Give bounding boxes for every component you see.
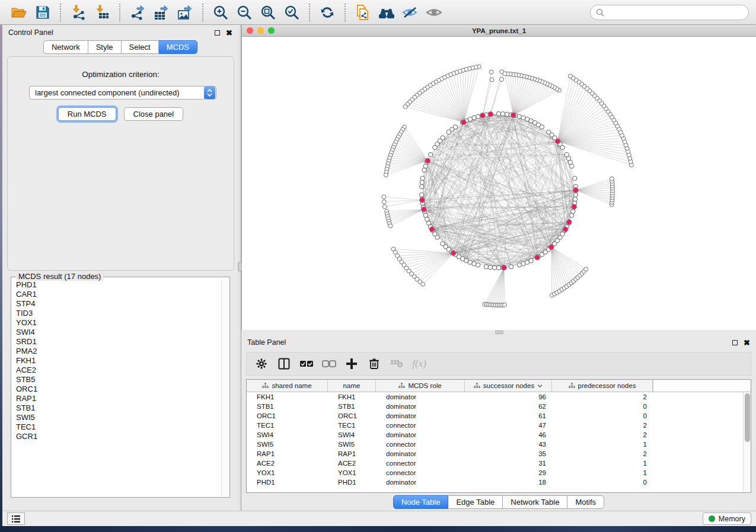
- graph-mcds-node[interactable]: [422, 207, 427, 212]
- import-table-button[interactable]: [92, 2, 112, 23]
- graph-node[interactable]: [499, 78, 503, 82]
- graph-node[interactable]: [564, 152, 569, 156]
- import-network-button[interactable]: [68, 2, 88, 23]
- graph-node[interactable]: [384, 173, 388, 177]
- close-panel-button[interactable]: Close panel: [124, 107, 184, 121]
- table-row[interactable]: ORC1ORC1dominator610: [247, 411, 743, 421]
- graph-mcds-node[interactable]: [480, 113, 486, 118]
- graph-node[interactable]: [500, 112, 505, 116]
- table-row[interactable]: PHD1PHD1dominator180: [247, 477, 743, 487]
- close-panel-icon[interactable]: ✖: [226, 30, 232, 36]
- mcds-result-item[interactable]: RAP1: [16, 394, 221, 403]
- export-image-button[interactable]: [175, 2, 195, 23]
- graph-node[interactable]: [403, 105, 407, 109]
- table-row[interactable]: SWI5SWI5connector431: [247, 440, 743, 449]
- export-network-button[interactable]: [127, 2, 148, 23]
- memory-button[interactable]: Memory: [703, 512, 751, 525]
- graph-node[interactable]: [584, 267, 588, 271]
- hide-selected-button[interactable]: [400, 2, 420, 23]
- save-session-button[interactable]: [33, 2, 53, 23]
- float-panel-icon[interactable]: [732, 340, 738, 345]
- graph-mcds-node[interactable]: [548, 245, 554, 250]
- table-scrollbar[interactable]: [743, 392, 751, 492]
- tab-edge-table[interactable]: Edge Table: [448, 495, 503, 509]
- splitter-grip[interactable]: [495, 331, 503, 334]
- graph-node[interactable]: [476, 263, 480, 267]
- zoom-out-button[interactable]: [234, 2, 254, 23]
- graph-mcds-node[interactable]: [488, 111, 493, 117]
- table-row[interactable]: YOX1YOX1connector291: [247, 468, 743, 477]
- delete-column-button[interactable]: [365, 355, 383, 373]
- zoom-fit-button[interactable]: [258, 2, 278, 23]
- graph-mcds-node[interactable]: [555, 139, 560, 144]
- tab-style[interactable]: Style: [88, 40, 122, 54]
- tab-node-table[interactable]: Node Table: [393, 495, 449, 509]
- mcds-result-item[interactable]: YOX1: [16, 318, 221, 328]
- copy-view-button[interactable]: [353, 2, 373, 23]
- graph-mcds-node[interactable]: [572, 204, 577, 210]
- mcds-result-item[interactable]: PMA2: [16, 347, 221, 356]
- graph-node[interactable]: [571, 209, 575, 213]
- table-row[interactable]: TEC1TEC1connector472: [247, 421, 743, 430]
- mcds-result-item[interactable]: ORC1: [16, 384, 221, 394]
- graph-node[interactable]: [420, 176, 425, 180]
- graph-node[interactable]: [428, 152, 432, 156]
- graph-mcds-node[interactable]: [511, 113, 516, 118]
- horizontal-splitter[interactable]: [241, 330, 756, 335]
- network-canvas[interactable]: [242, 37, 756, 330]
- graph-node[interactable]: [568, 74, 572, 78]
- graph-node[interactable]: [420, 180, 424, 184]
- graph-node[interactable]: [435, 235, 439, 239]
- mcds-result-item[interactable]: STB5: [16, 375, 221, 384]
- column-header-shared-name[interactable]: shared name: [247, 380, 328, 392]
- show-task-history-button[interactable]: [7, 512, 25, 525]
- select-all-button[interactable]: [298, 355, 315, 373]
- graph-mcds-node[interactable]: [420, 198, 425, 203]
- graph-node[interactable]: [573, 197, 578, 201]
- mcds-result-item[interactable]: SWI5: [16, 413, 221, 422]
- tab-mcds[interactable]: MCDS: [159, 40, 197, 54]
- mcds-result-item[interactable]: TEC1: [16, 422, 221, 432]
- table-settings-button[interactable]: [253, 355, 270, 373]
- graph-node[interactable]: [573, 193, 578, 197]
- graph-node[interactable]: [422, 168, 426, 172]
- graph-node[interactable]: [517, 114, 521, 118]
- float-panel-icon[interactable]: [215, 30, 220, 36]
- mcds-result-item[interactable]: SWI4: [16, 328, 221, 337]
- graph-mcds-node[interactable]: [573, 188, 579, 193]
- graph-node[interactable]: [490, 78, 494, 82]
- tab-network-table[interactable]: Network Table: [503, 495, 567, 509]
- search-box[interactable]: [590, 5, 749, 20]
- tab-network[interactable]: Network: [43, 40, 88, 54]
- graph-node[interactable]: [420, 193, 424, 197]
- search-input[interactable]: [608, 8, 743, 17]
- graph-mcds-node[interactable]: [451, 251, 456, 256]
- graph-node[interactable]: [446, 130, 451, 134]
- graph-mcds-node[interactable]: [429, 227, 435, 232]
- mcds-result-list[interactable]: PHD1CAR1STP4TID3YOX1SWI4SRD1PMA2FKH1ACE2…: [12, 279, 221, 496]
- table-row[interactable]: SWI4SWI4dominator462: [247, 430, 743, 440]
- mcds-result-item[interactable]: SRD1: [16, 337, 221, 347]
- graph-node[interactable]: [492, 265, 496, 270]
- graph-mcds-node[interactable]: [425, 158, 430, 164]
- graph-node[interactable]: [382, 205, 387, 209]
- deselect-all-button[interactable]: [320, 355, 338, 373]
- table-row[interactable]: ACE2ACE2connector311: [247, 459, 743, 468]
- tab-motifs[interactable]: Motifs: [567, 495, 604, 509]
- graph-node[interactable]: [509, 265, 513, 269]
- first-neighbors-button[interactable]: [377, 2, 397, 23]
- graph-node[interactable]: [382, 195, 386, 199]
- mcds-list-scrollbar[interactable]: [221, 279, 228, 496]
- graph-mcds-node[interactable]: [535, 255, 540, 260]
- graph-mcds-node[interactable]: [461, 120, 467, 125]
- graph-mcds-node[interactable]: [502, 265, 507, 270]
- graph-node[interactable]: [388, 224, 393, 228]
- export-table-button[interactable]: [151, 2, 171, 23]
- mcds-result-item[interactable]: FKH1: [16, 356, 221, 366]
- mcds-result-item[interactable]: PHD1: [16, 280, 221, 290]
- graph-mcds-node[interactable]: [563, 227, 568, 232]
- toggle-column-panel-button[interactable]: [275, 355, 293, 373]
- graph-node[interactable]: [503, 72, 507, 76]
- column-header-successor-nodes[interactable]: successor nodes: [465, 380, 552, 392]
- graph-mcds-node[interactable]: [567, 220, 572, 225]
